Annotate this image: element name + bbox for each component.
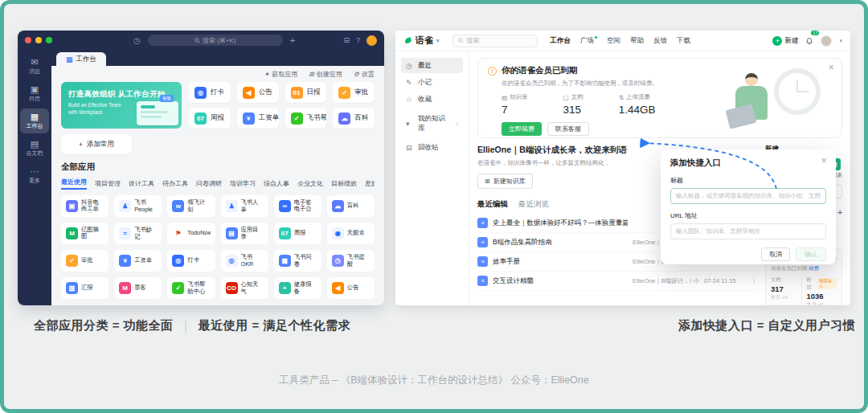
get-apps-button[interactable]: ✦获取应用 <box>264 70 297 79</box>
tab-recent-viewed[interactable]: 最近浏览 <box>518 199 549 210</box>
tab-todo[interactable]: 待办工具 <box>162 179 188 188</box>
sidebar-item-workspace[interactable]: ▦ 工作台 <box>20 108 49 133</box>
tab-workspace[interactable]: ▦ 工作台 <box>56 52 106 66</box>
title-input[interactable]: 输入标题，或关键词搜索我的知识库、知识小组、文档 <box>670 188 826 204</box>
app-card[interactable]: ∞电子签电子合同 <box>274 195 321 217</box>
app-card[interactable]: 07周报 <box>274 223 321 244</box>
new-tab-button[interactable]: + <box>290 35 295 45</box>
app-card[interactable]: ¥工资单 <box>237 108 279 129</box>
tab-training[interactable]: 培训学习 <box>230 179 256 188</box>
close-icon[interactable]: ✕ <box>828 63 834 72</box>
stat-docs: ▢文档 315 <box>563 93 583 116</box>
app-card[interactable]: CO心知天气 <box>221 277 268 299</box>
app-card[interactable]: ☁百科 <box>333 108 375 129</box>
stat-value: 317 <box>771 284 801 293</box>
url-input[interactable]: 输入团队、知识库、文档等地址 <box>670 223 826 239</box>
app-icon: M <box>119 282 131 294</box>
app-card[interactable]: ¥工资单 <box>114 250 162 272</box>
app-card[interactable]: ✓审批 <box>333 82 375 103</box>
new-kb-button[interactable]: ⊞ 新建知识库 <box>477 174 533 189</box>
avatar[interactable] <box>366 35 377 46</box>
tab-okr[interactable]: 目标绩效 <box>331 179 357 188</box>
close-window-button[interactable] <box>25 37 31 43</box>
tab-culture[interactable]: 企业文化 <box>297 179 323 188</box>
yuque-logo[interactable]: 语雀 ▾ <box>403 35 440 47</box>
app-card[interactable]: ◎打卡 <box>189 82 231 103</box>
global-search-input[interactable]: 搜索 (⌘+K) <box>148 35 283 46</box>
sidebar-item-trash[interactable]: ⊟ 回收站 <box>401 140 463 155</box>
sidebar-item-more[interactable]: ⋯ 更多 <box>20 163 49 188</box>
sidebar-item-calendar[interactable]: ▣ 日历 <box>20 81 49 106</box>
app-name: 工资单 <box>259 113 279 123</box>
tab-survey[interactable]: 问卷调研 <box>196 179 222 188</box>
app-card[interactable]: M亿图脑图 MindMaster <box>61 223 108 244</box>
history-icon[interactable]: ◷ <box>133 36 141 45</box>
cancel-button[interactable]: 取消 <box>761 247 790 261</box>
new-button[interactable]: + 新建 <box>772 36 798 46</box>
chevron-down-icon[interactable]: ▾ <box>839 38 842 44</box>
app-card[interactable]: ☁百科 <box>327 195 375 217</box>
app-card[interactable]: M墨客 <box>114 277 162 299</box>
app-card[interactable]: ✓飞书帮助中心 <box>285 108 327 129</box>
app-card[interactable]: ▤应用目录 <box>221 223 268 244</box>
tab-recent[interactable]: 最近使用 <box>61 178 87 190</box>
yuque-search-input[interactable]: 搜索 <box>452 35 538 47</box>
nav-workspace[interactable]: 工作台 <box>551 36 571 46</box>
sidebar-item-notes[interactable]: ✎ 小记 <box>401 75 463 90</box>
app-card[interactable]: ◎打卡 <box>167 250 215 272</box>
nav-help[interactable]: 帮助 <box>630 36 644 46</box>
tab-design[interactable]: 设计工具 <box>129 179 154 188</box>
app-card[interactable]: ≈飞书妙记 <box>114 223 162 244</box>
sidebar-item-messages[interactable]: ✉ 消息 <box>20 54 49 79</box>
contact-support-button[interactable]: 联系客服 <box>547 122 589 136</box>
app-card[interactable]: ◉天眼查 <box>327 223 375 244</box>
app-card[interactable]: ⚑TodoNow <box>167 223 215 244</box>
sidebar-item-docs[interactable]: ▤ 云文档 <box>20 136 49 161</box>
nav-feedback[interactable]: 反馈 <box>653 36 667 46</box>
nav-space[interactable]: 空间 <box>607 36 620 46</box>
app-card[interactable]: ◎飞书OKR <box>221 250 268 272</box>
yuque-sidebar: ◷ 最近 ✎ 小记 ☆ 收藏 ▾ 我的知识库 › ⊟ 回 <box>395 51 469 305</box>
workspace-banner[interactable]: 打造高效组织 从工作台开始 Build an Effective Team wi… <box>61 82 182 129</box>
nav-square[interactable]: 广场 <box>580 36 597 46</box>
avatar[interactable] <box>821 35 832 47</box>
layout-icon[interactable]: ⊟ <box>343 36 350 44</box>
app-card[interactable]: ◷飞书提醒 <box>327 250 375 272</box>
more-actions-icon[interactable]: ⋮ <box>751 277 757 284</box>
create-app-button[interactable]: ⊞创建应用 <box>309 70 342 79</box>
settings-button[interactable]: ⚙设置 <box>354 70 375 79</box>
tab-recent-edited[interactable]: 最近编辑 <box>477 199 508 210</box>
help-icon[interactable]: ? <box>356 36 360 44</box>
app-card[interactable]: ✓审批 <box>61 250 108 272</box>
app-card[interactable]: ◀公告 <box>237 82 279 103</box>
app-card[interactable]: w领飞计划 <box>167 195 215 217</box>
nav-download[interactable]: 下载 <box>677 36 690 46</box>
close-icon[interactable]: ✕ <box>821 157 827 165</box>
renew-now-button[interactable]: 立即续费 <box>502 122 542 136</box>
sidebar-item-recent[interactable]: ◷ 最近 <box>401 58 463 73</box>
notifications-bell-icon[interactable]: 17 <box>805 34 813 48</box>
app-card[interactable]: +健康报备 <box>274 277 321 299</box>
app-card[interactable]: ✓飞书帮助中心 <box>167 277 215 299</box>
app-card[interactable]: ▦飞书问卷 <box>274 250 321 272</box>
app-card[interactable]: ◀公告 <box>327 277 375 299</box>
app-card[interactable]: 07周报 <box>189 108 231 129</box>
tab-travel[interactable]: 差旅出行 <box>365 179 375 188</box>
add-favorite-button[interactable]: + 添加常用 <box>61 134 132 154</box>
tab-project[interactable]: 项目管理 <box>95 179 121 188</box>
maximize-window-button[interactable] <box>46 37 52 43</box>
sidebar-item-favorites[interactable]: ☆ 收藏 <box>401 92 463 107</box>
doc-row[interactable]: ≡ 交互设计精髓 EllieOne｜B端设计... / 小林的读书笔记 07-2… <box>477 272 757 291</box>
tab-hr[interactable]: 综合人事 <box>264 179 289 188</box>
app-card[interactable]: ♟飞书人事 <box>221 195 268 217</box>
document-icon: ≡ <box>477 237 488 247</box>
app-card[interactable]: ♟飞书People <box>114 195 162 217</box>
minimize-window-button[interactable] <box>35 37 42 43</box>
app-card[interactable]: ▥汇报 <box>61 277 108 299</box>
sidebar-item-knowledge-bases[interactable]: ▾ 我的知识库 › <box>401 116 463 131</box>
renew-link[interactable]: 续费 <box>809 265 819 271</box>
app-card[interactable]: 01日报 <box>285 82 327 103</box>
confirm-button[interactable]: 确认 <box>796 247 826 261</box>
add-quick-entry-button[interactable]: + <box>837 208 842 217</box>
app-card[interactable]: ▣抖音电商工单助手 <box>61 195 108 217</box>
